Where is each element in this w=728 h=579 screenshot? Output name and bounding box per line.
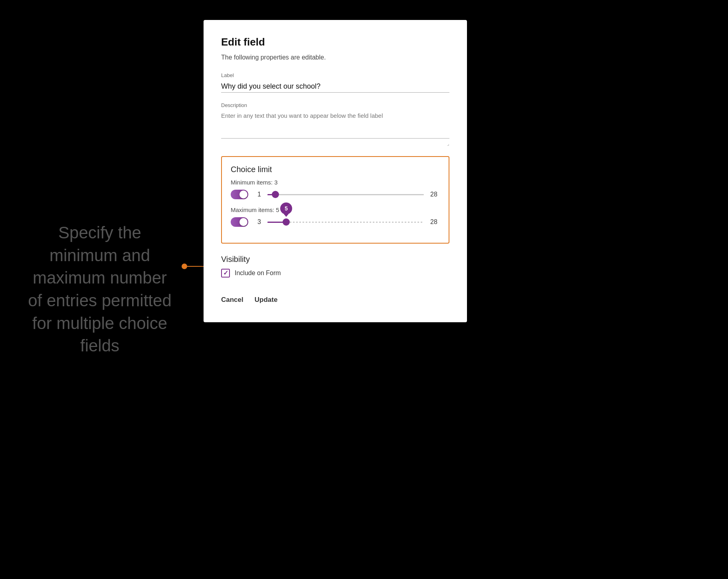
dialog-actions: Cancel Update [221, 290, 449, 306]
description-field-label: Description [221, 102, 449, 108]
max-slider-row: 3 5 28 [231, 217, 440, 227]
max-slider-tooltip: 5 [280, 202, 292, 214]
min-slider-track [267, 194, 424, 195]
max-slider-max-label: 28 [430, 218, 440, 226]
checkmark-icon: ✓ [223, 270, 228, 276]
max-toggle[interactable] [231, 217, 248, 227]
resize-handle: ⌟ [221, 141, 449, 147]
background-description: Specify the minimum and maximum number o… [24, 222, 176, 357]
description-field-group: Description ⌟ [221, 102, 449, 147]
label-field-group: Label [221, 72, 449, 93]
min-slider-container [267, 190, 424, 199]
max-value-label: 3 [255, 218, 261, 226]
choice-limit-box: Choice limit Minimum items: 3 1 28 Maxim… [221, 156, 449, 244]
label-input[interactable] [221, 81, 449, 93]
include-on-form-label: Include on Form [235, 270, 281, 277]
dialog-title: Edit field [221, 36, 449, 48]
min-slider-thumb[interactable] [272, 191, 279, 198]
max-slider-container: 5 [267, 217, 424, 227]
dialog-subtitle: The following properties are editable. [221, 54, 449, 61]
include-on-form-checkbox[interactable]: ✓ [221, 269, 230, 278]
min-slider-row: 1 28 [231, 190, 440, 199]
svg-point-0 [182, 264, 187, 269]
visibility-title: Visibility [221, 255, 449, 264]
visibility-section: Visibility ✓ Include on Form [221, 255, 449, 278]
max-slider-thumb[interactable]: 5 [283, 218, 290, 226]
max-slider-track: 5 [267, 222, 424, 223]
max-items-label: Maximum items: 5 [231, 206, 440, 213]
min-slider-max-label: 28 [430, 191, 440, 198]
update-button[interactable]: Update [255, 293, 278, 306]
min-items-label: Minimum items: 3 [231, 179, 440, 186]
choice-limit-title: Choice limit [231, 165, 440, 174]
edit-field-dialog: Edit field The following properties are … [204, 20, 467, 322]
label-field-label: Label [221, 72, 449, 78]
include-on-form-row: ✓ Include on Form [221, 269, 449, 278]
min-toggle[interactable] [231, 190, 248, 199]
min-value-label: 1 [255, 191, 261, 198]
cancel-button[interactable]: Cancel [221, 293, 243, 306]
description-textarea[interactable] [221, 111, 449, 139]
